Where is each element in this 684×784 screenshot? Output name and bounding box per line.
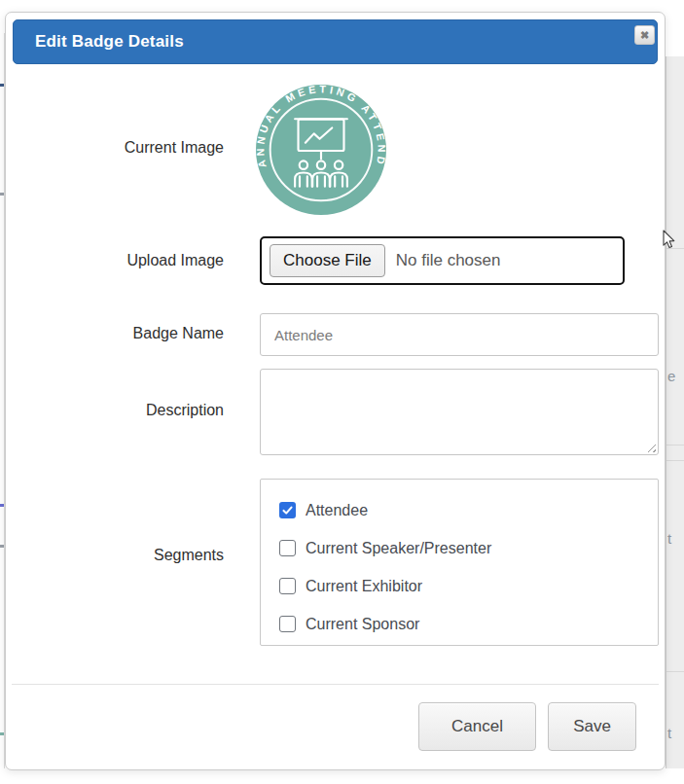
description-label: Description — [6, 402, 224, 419]
cancel-button[interactable]: Cancel — [418, 702, 536, 751]
badge-graphic: ANNUAL MEETING ATTENDEE — [256, 85, 386, 215]
close-icon[interactable]: ✖ — [634, 25, 655, 45]
description-field-wrap — [260, 369, 659, 455]
badge-name-label: Badge Name — [6, 325, 224, 342]
background-text-fragment — [0, 732, 4, 735]
description-textarea[interactable] — [260, 369, 659, 455]
footer-divider — [12, 684, 659, 685]
segment-option-label: Attendee — [306, 502, 368, 519]
upload-image-label: Upload Image — [6, 252, 224, 269]
file-input[interactable]: Choose File No file chosen — [260, 236, 625, 285]
background-text-fragment: t — [667, 725, 671, 741]
segment-option-exhibitor[interactable]: Current Exhibitor — [279, 567, 658, 605]
modal-title: Edit Badge Details — [35, 32, 184, 52]
segment-option-label: Current Sponsor — [306, 616, 419, 633]
save-button[interactable]: Save — [548, 702, 636, 751]
background-text-fragment — [0, 504, 4, 507]
modal-header: Edit Badge Details — [13, 19, 658, 64]
badge-name-input[interactable] — [260, 313, 659, 356]
divider — [666, 445, 684, 445]
choose-file-button[interactable]: Choose File — [270, 244, 385, 277]
file-status-text: No file chosen — [396, 251, 501, 270]
background-text-fragment: e — [667, 368, 675, 384]
divider — [666, 460, 684, 461]
segment-option-label: Current Exhibitor — [306, 578, 422, 595]
segments-label: Segments — [6, 547, 224, 564]
checkbox-unchecked-icon[interactable] — [279, 540, 296, 556]
checkbox-checked-icon[interactable] — [279, 502, 296, 518]
divider — [666, 248, 684, 249]
badge-image: ANNUAL MEETING ATTENDEE — [256, 85, 386, 215]
checkbox-unchecked-icon[interactable] — [279, 578, 296, 594]
current-image-label: Current Image — [6, 139, 224, 157]
background-text-fragment — [0, 193, 4, 196]
page-background: e t t Edit Badge Details ✖ Current Image… — [0, 0, 684, 784]
segment-option-label: Current Speaker/Presenter — [306, 540, 491, 557]
divider — [666, 671, 684, 672]
segment-option-speaker-presenter[interactable]: Current Speaker/Presenter — [279, 529, 658, 567]
background-text-fragment — [0, 545, 4, 548]
segment-option-attendee[interactable]: Attendee — [279, 491, 658, 529]
segments-group: Attendee Current Speaker/Presenter Curre… — [260, 479, 659, 646]
segment-option-sponsor[interactable]: Current Sponsor — [279, 605, 658, 643]
edit-badge-details-modal: Edit Badge Details ✖ Current Image ANNUA… — [5, 12, 666, 770]
checkbox-unchecked-icon[interactable] — [279, 616, 296, 632]
background-text-fragment — [0, 84, 4, 87]
background-text-fragment: t — [667, 530, 671, 547]
background-panel-right: e t t — [666, 56, 684, 768]
